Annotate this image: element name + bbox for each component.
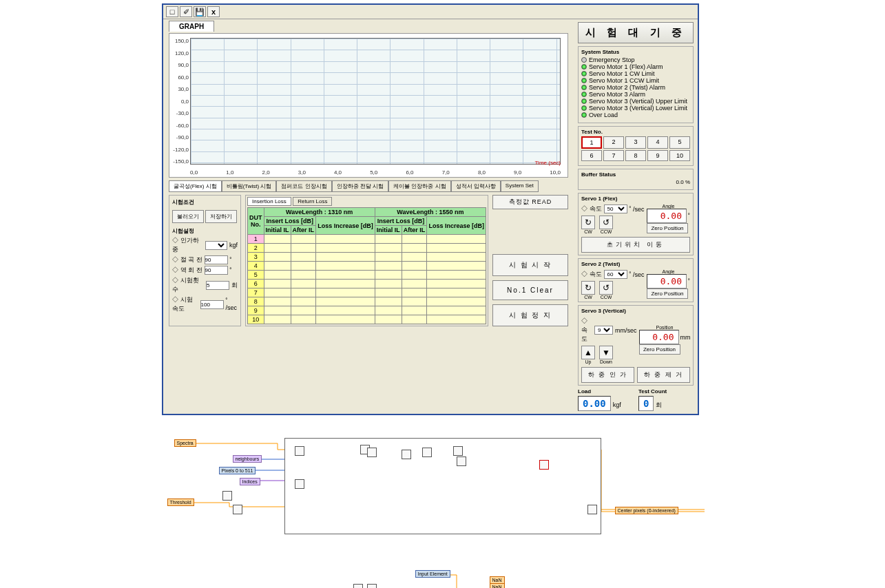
table-row: 2 (248, 244, 486, 253)
test-no-button[interactable]: 7 (603, 150, 624, 161)
servo1-cw-button[interactable]: ↻ (581, 216, 595, 229)
spectra-terminal: Spectra (174, 439, 196, 447)
count-input[interactable] (206, 281, 229, 290)
il-tab[interactable]: Insertion Loss (247, 197, 291, 206)
status-row: Servo Motor 2 (Twist) Alarm (581, 84, 690, 91)
load-remove-button[interactable]: 하 중 제 거 (637, 367, 690, 383)
servo1-panel: Servo 1 (Flex) ◇ 속도50˚ /sec ↻CW ↺CCW Ang… (578, 193, 694, 255)
status-row: Servo Motor 3 (Vertical) Lower Limit (581, 105, 690, 112)
servo3-speed[interactable]: 9 (594, 326, 613, 335)
test-conditions-panel: 시험조건 불러오기 저장하기 시험설정 ◇ 인가하중kgf ◇ 절 곡 전˚ ◇… (169, 195, 241, 326)
status-led-icon (581, 57, 587, 63)
status-led-icon (581, 85, 587, 90)
test-no-button[interactable]: 6 (581, 150, 602, 161)
test-no-panel: Test No. 12345678910 (578, 126, 694, 166)
status-led-icon (581, 92, 587, 97)
servo1-zero-button[interactable]: Zero Position (647, 223, 688, 233)
servo3-down-button[interactable]: ▼ (599, 346, 613, 359)
test-no-button[interactable]: 4 (647, 136, 668, 149)
speed-input[interactable] (200, 300, 224, 309)
mode-title: 시 험 대 기 중 (578, 22, 694, 43)
status-row: Servo Motor 1 (Flex) Alarm (581, 63, 690, 70)
servo2-zero-button[interactable]: Zero Position (647, 288, 688, 299)
status-led-icon (581, 71, 587, 76)
servo1-home-button[interactable]: 초기위치 이동 (581, 237, 690, 253)
nan-constant2: NaN (490, 583, 505, 588)
test-tab[interactable]: 비틀림(Twist) 시험 (222, 180, 277, 192)
stop-icon[interactable]: x (207, 6, 220, 17)
test-tab[interactable]: 인장하중 전달 시험 (332, 180, 388, 192)
load-select[interactable] (205, 241, 227, 250)
servo3-position: 0.00 (639, 330, 679, 344)
status-row: Servo Motor 3 Alarm (581, 91, 690, 98)
table-row: 8 (248, 297, 486, 306)
toolbar: □ ✐ 💾 x (163, 5, 698, 19)
labview-diagram-1: Spectra Threshold neighbours Pixels 0 to… (160, 432, 725, 543)
servo2-speed[interactable]: 60 (604, 270, 627, 279)
threshold-terminal: Threshold (167, 498, 194, 506)
servo2-ccw-button[interactable]: ↺ (599, 281, 613, 295)
il-table: DUT No. WaveLength : 1310 nm WaveLength … (247, 207, 486, 324)
test-type-tabs: 굴곡성(Flex) 시험비틀림(Twist) 시험점퍼코드 인장시험인장하중 전… (169, 180, 568, 192)
test-tab[interactable]: System Set (501, 180, 539, 192)
buffer-status-panel: Buffer Status 0.0 % (578, 169, 694, 190)
servo3-up-button[interactable]: ▲ (581, 346, 595, 359)
servo3-panel: Servo 3 (Vertical) ◇ 속도9mm/sec ▲Up ▼Down… (578, 305, 694, 386)
open-icon[interactable]: ✐ (180, 6, 192, 17)
test-tab[interactable]: 케이블 인장하중 시험 (388, 180, 450, 192)
status-row: Servo Motor 3 (Vertical) Upper Limit (581, 98, 690, 105)
new-icon[interactable]: □ (166, 6, 178, 17)
pixels-terminal: Pixels 0 to 511 (219, 467, 256, 474)
graph-tab[interactable]: GRAPH (169, 21, 214, 32)
graph-chart: Angle ( ° ) Time (sec) 150,0120,090,060,… (169, 33, 568, 178)
clear-button[interactable]: No.1 Clear (492, 280, 568, 300)
start-button[interactable]: 시 험 시 작 (492, 254, 568, 276)
load-value: 0.00 (578, 396, 611, 411)
test-no-button[interactable]: 3 (625, 136, 646, 149)
test-tab[interactable]: 점퍼코드 인장시험 (276, 180, 331, 192)
test-no-button[interactable]: 5 (669, 136, 690, 149)
indices-terminal: Indices (240, 478, 260, 485)
test-tab[interactable]: 성적서 입력사항 (451, 180, 501, 192)
table-row: 10 (248, 315, 486, 324)
rest-angle-input[interactable] (205, 266, 228, 275)
labview-diagram-2: Input Element NaN NaN NaN Initial amplit… (160, 567, 725, 588)
servo3-zero-button[interactable]: Zero Position (639, 344, 680, 355)
table-row: 6 (248, 280, 486, 288)
test-tab[interactable]: 굴곡성(Flex) 시험 (169, 180, 222, 192)
center-pixels-terminal: Center pixels (0-indexered) (615, 507, 678, 514)
test-no-button[interactable]: 2 (603, 136, 624, 149)
servo2-panel: Servo 2 (Twist) ◇ 속도60˚ /sec ↻CW ↺CCW An… (578, 258, 694, 302)
table-row: 7 (248, 288, 486, 297)
servo1-ccw-button[interactable]: ↺ (599, 216, 613, 229)
test-count-value: 0 (638, 396, 654, 411)
load-apply-button[interactable]: 하 중 인 가 (581, 367, 634, 383)
insertion-loss-panel: Insertion Loss Return Loss DUT No. WaveL… (245, 195, 488, 326)
neighbours-terminal: neighbours (233, 455, 262, 463)
servo2-cw-button[interactable]: ↻ (581, 281, 595, 295)
servo1-speed[interactable]: 50 (604, 204, 627, 213)
test-no-button[interactable]: 8 (625, 150, 646, 161)
servo1-angle: 0.00 (647, 209, 687, 223)
chart-xlabel: Time (sec) (535, 160, 561, 166)
test-no-button[interactable]: 10 (669, 150, 690, 161)
buffer-value: 0.0 % (581, 179, 690, 185)
bend-before-input[interactable] (205, 255, 228, 264)
servo2-angle: 0.00 (647, 274, 687, 288)
test-no-button[interactable]: 1 (581, 136, 602, 149)
status-row: Servo Motor 1 CCW Limit (581, 77, 690, 84)
table-row: 4 (248, 262, 486, 271)
rl-tab[interactable]: Return Loss (293, 197, 332, 206)
save-button[interactable]: 저장하기 (205, 210, 237, 223)
status-led-icon (581, 105, 587, 111)
test-no-button[interactable]: 9 (647, 150, 668, 161)
status-led-icon (581, 78, 587, 83)
table-row: 1 (248, 235, 486, 244)
save-icon[interactable]: 💾 (194, 6, 206, 17)
stop-button[interactable]: 시 험 정 지 (492, 304, 568, 326)
status-row: Emergency Stop (581, 56, 690, 63)
load-button[interactable]: 불러오기 (172, 210, 204, 223)
read-button[interactable]: 측정값 READ (492, 195, 568, 209)
input-element-terminal: Input Element (415, 570, 450, 578)
app-panel: □ ✐ 💾 x GRAPH Angle ( ° ) Time (sec) 150… (162, 3, 699, 415)
